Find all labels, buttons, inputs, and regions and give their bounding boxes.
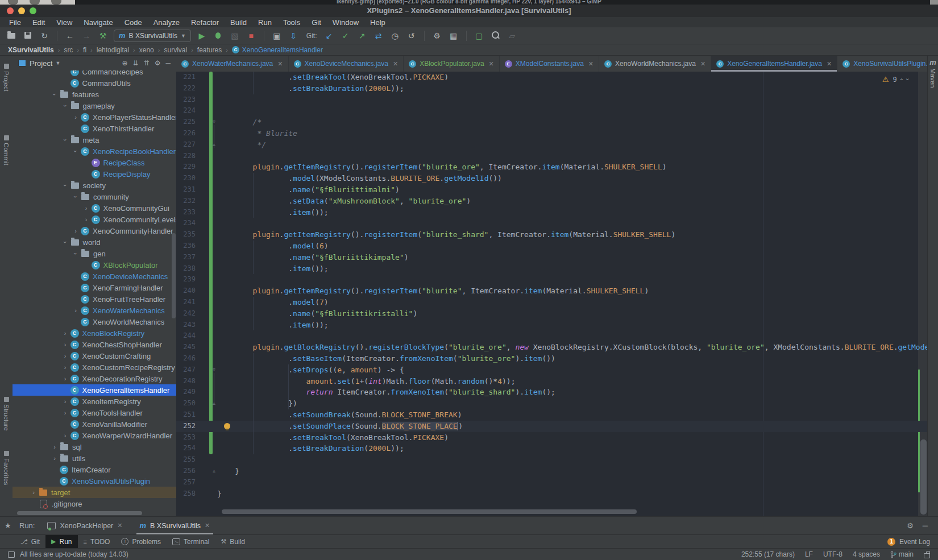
chevron-down-icon[interactable]: › xyxy=(62,180,69,190)
sync-icon[interactable]: ↻ xyxy=(39,32,50,40)
code-line[interactable]: 253 .setBreakTool(XenoBreakTool.PICKAXE) xyxy=(176,432,928,443)
expand-all-icon[interactable]: ⇊ xyxy=(133,59,139,67)
ide-features-icon[interactable]: ▱ xyxy=(507,32,518,40)
chevron-right-icon[interactable]: › xyxy=(28,489,39,496)
toolwindow-button-todo[interactable]: ≡TODO xyxy=(78,535,116,549)
tree-item-xenoitemregistry[interactable]: ›CXenoItemRegistry xyxy=(13,396,176,407)
chevron-right-icon[interactable]: › xyxy=(70,227,81,234)
toolwindow-structure[interactable]: Structure xyxy=(0,397,13,431)
project-horizontal-scrollbar[interactable] xyxy=(17,511,142,515)
tree-item-recipeclass[interactable]: ERecipeClass xyxy=(13,157,176,168)
window-tool-icon[interactable]: ▣ xyxy=(271,32,283,40)
line-number[interactable]: 244 xyxy=(176,330,196,342)
menu-window[interactable]: Window xyxy=(327,18,364,27)
tree-item-xenodevicemechanics[interactable]: CXenoDeviceMechanics xyxy=(13,271,176,282)
close-icon[interactable]: ✕ xyxy=(117,522,122,529)
code-line[interactable]: 236 .model(6) xyxy=(176,240,928,252)
line-number[interactable]: 252 xyxy=(176,421,196,432)
tree-item-xenovanillamodifier[interactable]: CXenoVanillaModifier xyxy=(13,418,176,430)
code-line[interactable]: 226 * Blurite xyxy=(176,128,928,139)
code-line[interactable]: 228 xyxy=(176,151,928,162)
tree-item-gameplay[interactable]: ›gameplay xyxy=(13,100,176,111)
line-number[interactable]: 239 xyxy=(176,274,196,285)
close-icon[interactable]: ✕ xyxy=(700,60,705,68)
chevron-right-icon[interactable]: › xyxy=(81,205,92,211)
menu-code[interactable]: Code xyxy=(119,18,148,27)
editor-tab-xmodelconstantsjava[interactable]: EXModelConstants.java✕ xyxy=(500,56,599,72)
close-icon[interactable]: ✕ xyxy=(205,522,210,529)
line-number[interactable]: 238 xyxy=(176,263,196,275)
toolwindow-button-run[interactable]: ▶Run xyxy=(45,535,77,549)
run-tab-bxsurvivalutils[interactable]: mB XSurvivalUtils✕ xyxy=(136,517,214,535)
line-number[interactable]: 230 xyxy=(176,173,196,184)
rollback-icon[interactable]: ↺ xyxy=(406,32,417,40)
code-line[interactable]: 247▿ .setDrops((e, amount) -> { xyxy=(176,364,928,376)
tree-item-xenocustomcrafting[interactable]: ›CXenoCustomCrafting xyxy=(13,350,176,362)
tree-item-xenocommunitygui[interactable]: ›CXenoCommunityGui xyxy=(13,202,176,214)
chevron-down-icon[interactable]: › xyxy=(62,135,69,145)
line-number[interactable]: 247 xyxy=(176,364,196,376)
tree-item-xenofarminghandler[interactable]: CXenoFarmingHandler xyxy=(13,282,176,293)
tree-item-xenowatermechanics[interactable]: ›CXenoWaterMechanics xyxy=(13,305,176,316)
chevron-right-icon[interactable]: › xyxy=(60,409,70,416)
code-line[interactable]: 248 amount.set(1+(int)Math.floor(Math.ra… xyxy=(176,376,928,387)
tree-item-features[interactable]: ›features xyxy=(13,89,176,100)
line-number[interactable]: 246 xyxy=(176,353,196,364)
chevron-right-icon[interactable]: › xyxy=(60,432,70,439)
menu-git[interactable]: Git xyxy=(306,18,327,27)
line-number[interactable]: 229 xyxy=(176,161,196,173)
menu-file[interactable]: File xyxy=(3,18,27,27)
indent-setting[interactable]: 4 spaces xyxy=(853,550,880,558)
toolwindow-maven[interactable]: m Maven xyxy=(928,58,938,88)
chevron-right-icon[interactable]: › xyxy=(60,364,70,371)
tree-item-meta[interactable]: ›meta xyxy=(13,134,176,146)
tree-item-gitignore[interactable]: .gitignore xyxy=(13,498,176,509)
code-line[interactable]: 245 plugin.getBlockRegistry().registerBl… xyxy=(176,342,928,353)
breadcrumb-item[interactable]: lehtodigital xyxy=(97,46,129,54)
chevron-right-icon[interactable]: › xyxy=(49,443,60,450)
code-line[interactable]: 227▵ */ xyxy=(176,139,928,151)
git-push-icon[interactable]: ↗ xyxy=(356,32,368,40)
tree-item-xenocommunityhandler[interactable]: ›CXenoCommunityHandler xyxy=(13,225,176,237)
chevron-right-icon[interactable]: › xyxy=(60,341,70,348)
tree-item-commandutils[interactable]: CCommandUtils xyxy=(13,77,176,89)
code-line[interactable]: 232 .setData("xMushroomBlock", "blurite_… xyxy=(176,196,928,207)
run-panel-settings-icon[interactable]: ⚙ xyxy=(907,521,914,530)
code-line[interactable]: 256▵ } xyxy=(176,466,928,477)
tree-item-xenorecipebookhandler[interactable]: ›CXenoRecipeBookHandler xyxy=(13,146,176,157)
chevron-right-icon[interactable]: › xyxy=(81,216,92,223)
line-number[interactable]: 237 xyxy=(176,252,196,263)
coverage-button[interactable]: ▧ xyxy=(229,32,240,40)
line-number[interactable]: 258 xyxy=(176,488,196,500)
chevron-down-icon[interactable]: › xyxy=(72,248,79,259)
git-update-icon[interactable]: ↙ xyxy=(323,32,335,40)
line-number[interactable]: 227 xyxy=(176,139,196,151)
tree-item-xenoworldmechanics[interactable]: CXenoWorldMechanics xyxy=(13,316,176,327)
editor-tab-xenoworldmechanicsjava[interactable]: CXenoWorldMechanics.java✕ xyxy=(599,56,711,72)
line-number[interactable]: 232 xyxy=(176,196,196,207)
line-number[interactable]: 224 xyxy=(176,105,196,117)
tree-item-recipedisplay[interactable]: CRecipeDisplay xyxy=(13,168,176,180)
line-number[interactable]: 242 xyxy=(176,308,196,320)
run-anything-icon[interactable]: ▢ xyxy=(474,32,485,40)
code-line[interactable]: 252 .setSoundPlace(Sound.BLOCK_STONE_PLA… xyxy=(176,421,928,432)
code-line[interactable]: 258} xyxy=(176,488,928,500)
line-number[interactable]: 256 xyxy=(176,466,196,477)
line-number[interactable]: 221 xyxy=(176,72,196,83)
close-icon[interactable]: ✕ xyxy=(277,60,283,68)
line-number[interactable]: 257 xyxy=(176,477,196,488)
toolwindow-favorites[interactable]: Favorites xyxy=(0,451,13,485)
line-number[interactable]: 233 xyxy=(176,207,196,218)
tree-item-target[interactable]: ›target xyxy=(13,487,176,498)
line-number[interactable]: 240 xyxy=(176,285,196,297)
code-line[interactable]: 241 .model(7) xyxy=(176,297,928,308)
tree-item-xenosurvivalutilsplugin[interactable]: CXenoSurvivalUtilsPlugin xyxy=(13,475,176,487)
unlocked-icon[interactable] xyxy=(924,553,930,558)
line-number[interactable]: 241 xyxy=(176,297,196,308)
line-number[interactable]: 231 xyxy=(176,184,196,196)
tree-item-xenowarperwizardhandler[interactable]: ›CXenoWarperWizardHandler xyxy=(13,430,176,441)
code-line[interactable]: 239 xyxy=(176,274,928,285)
tree-item-xenogeneralitemshandler[interactable]: CXenoGeneralItemsHandler xyxy=(13,384,176,396)
menu-analyze[interactable]: Analyze xyxy=(148,18,185,27)
toolwindow-button-problems[interactable]: !Problems xyxy=(115,535,167,549)
